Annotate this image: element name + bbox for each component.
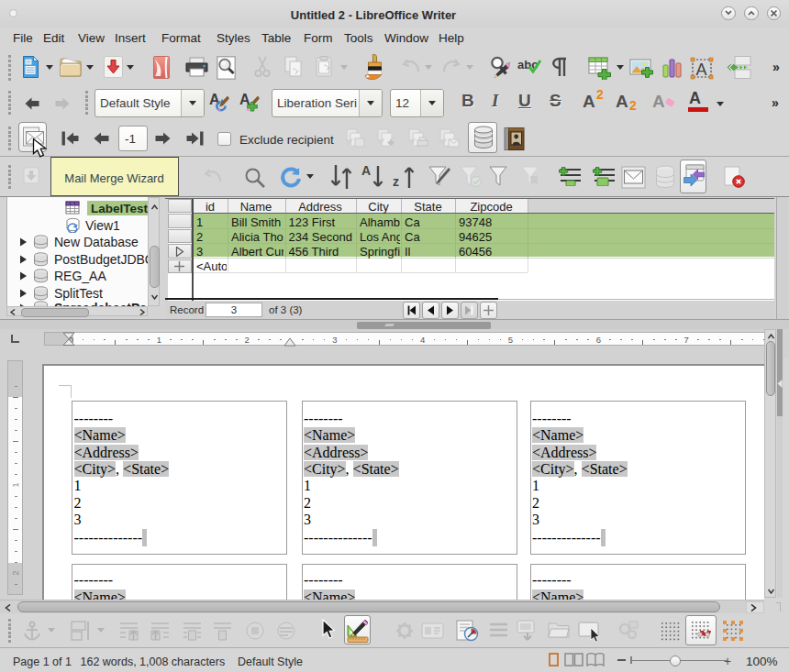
svg-text:A: A — [696, 61, 707, 79]
svg-text:z: z — [393, 174, 399, 189]
svg-text:A: A — [361, 164, 371, 178]
svg-text:A: A — [209, 92, 220, 107]
